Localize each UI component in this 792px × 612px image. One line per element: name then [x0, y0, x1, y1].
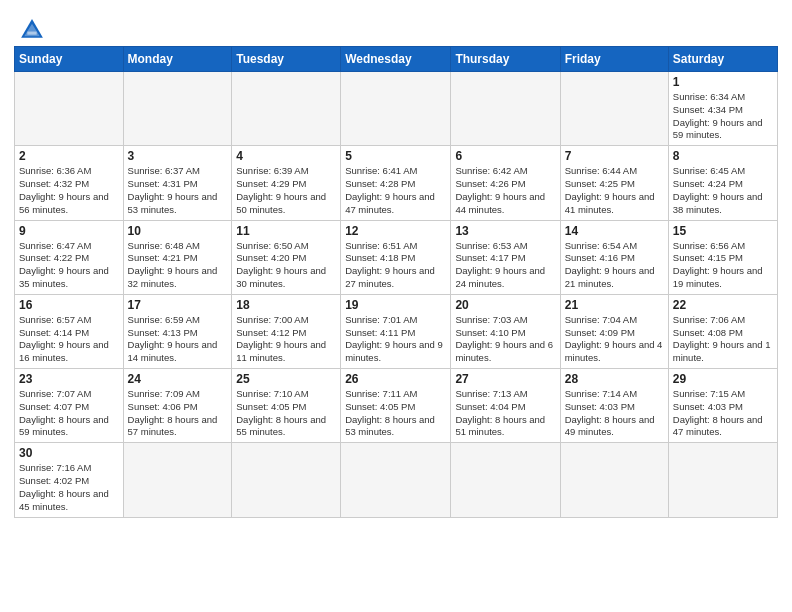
day-info: Sunrise: 7:09 AMSunset: 4:06 PMDaylight:…: [128, 388, 228, 439]
day-info: Sunrise: 7:07 AMSunset: 4:07 PMDaylight:…: [19, 388, 119, 439]
calendar-cell: 30Sunrise: 7:16 AMSunset: 4:02 PMDayligh…: [15, 443, 124, 517]
calendar-cell: 23Sunrise: 7:07 AMSunset: 4:07 PMDayligh…: [15, 369, 124, 443]
calendar-cell: 6Sunrise: 6:42 AMSunset: 4:26 PMDaylight…: [451, 146, 560, 220]
calendar-page: SundayMondayTuesdayWednesdayThursdayFrid…: [0, 0, 792, 612]
day-number: 25: [236, 372, 336, 386]
day-number: 5: [345, 149, 446, 163]
day-number: 22: [673, 298, 773, 312]
day-number: 3: [128, 149, 228, 163]
day-info: Sunrise: 6:59 AMSunset: 4:13 PMDaylight:…: [128, 314, 228, 365]
day-number: 9: [19, 224, 119, 238]
day-number: 8: [673, 149, 773, 163]
calendar-cell: 29Sunrise: 7:15 AMSunset: 4:03 PMDayligh…: [668, 369, 777, 443]
weekday-header-saturday: Saturday: [668, 47, 777, 72]
day-info: Sunrise: 6:42 AMSunset: 4:26 PMDaylight:…: [455, 165, 555, 216]
calendar-cell: [232, 443, 341, 517]
calendar-cell: 13Sunrise: 6:53 AMSunset: 4:17 PMDayligh…: [451, 220, 560, 294]
calendar-cell: 16Sunrise: 6:57 AMSunset: 4:14 PMDayligh…: [15, 294, 124, 368]
day-info: Sunrise: 7:14 AMSunset: 4:03 PMDaylight:…: [565, 388, 664, 439]
day-number: 1: [673, 75, 773, 89]
calendar-cell: 15Sunrise: 6:56 AMSunset: 4:15 PMDayligh…: [668, 220, 777, 294]
day-number: 10: [128, 224, 228, 238]
calendar-week-5: 23Sunrise: 7:07 AMSunset: 4:07 PMDayligh…: [15, 369, 778, 443]
day-info: Sunrise: 7:06 AMSunset: 4:08 PMDaylight:…: [673, 314, 773, 365]
day-info: Sunrise: 6:39 AMSunset: 4:29 PMDaylight:…: [236, 165, 336, 216]
logo-icon: [18, 16, 46, 44]
calendar-cell: 1Sunrise: 6:34 AMSunset: 4:34 PMDaylight…: [668, 72, 777, 146]
day-info: Sunrise: 7:03 AMSunset: 4:10 PMDaylight:…: [455, 314, 555, 365]
day-info: Sunrise: 6:41 AMSunset: 4:28 PMDaylight:…: [345, 165, 446, 216]
weekday-header-thursday: Thursday: [451, 47, 560, 72]
calendar-cell: [560, 443, 668, 517]
calendar-week-6: 30Sunrise: 7:16 AMSunset: 4:02 PMDayligh…: [15, 443, 778, 517]
calendar-cell: 18Sunrise: 7:00 AMSunset: 4:12 PMDayligh…: [232, 294, 341, 368]
day-info: Sunrise: 6:50 AMSunset: 4:20 PMDaylight:…: [236, 240, 336, 291]
day-number: 12: [345, 224, 446, 238]
calendar-cell: [451, 443, 560, 517]
calendar-cell: 14Sunrise: 6:54 AMSunset: 4:16 PMDayligh…: [560, 220, 668, 294]
calendar-table: SundayMondayTuesdayWednesdayThursdayFrid…: [14, 46, 778, 518]
calendar-cell: [451, 72, 560, 146]
calendar-week-3: 9Sunrise: 6:47 AMSunset: 4:22 PMDaylight…: [15, 220, 778, 294]
calendar-week-1: 1Sunrise: 6:34 AMSunset: 4:34 PMDaylight…: [15, 72, 778, 146]
day-info: Sunrise: 6:53 AMSunset: 4:17 PMDaylight:…: [455, 240, 555, 291]
day-info: Sunrise: 7:04 AMSunset: 4:09 PMDaylight:…: [565, 314, 664, 365]
logo: [14, 14, 46, 40]
day-number: 15: [673, 224, 773, 238]
day-number: 21: [565, 298, 664, 312]
svg-rect-2: [27, 32, 36, 35]
day-info: Sunrise: 6:57 AMSunset: 4:14 PMDaylight:…: [19, 314, 119, 365]
day-number: 14: [565, 224, 664, 238]
day-info: Sunrise: 7:13 AMSunset: 4:04 PMDaylight:…: [455, 388, 555, 439]
day-number: 23: [19, 372, 119, 386]
day-info: Sunrise: 6:36 AMSunset: 4:32 PMDaylight:…: [19, 165, 119, 216]
day-info: Sunrise: 6:56 AMSunset: 4:15 PMDaylight:…: [673, 240, 773, 291]
day-number: 27: [455, 372, 555, 386]
calendar-cell: 3Sunrise: 6:37 AMSunset: 4:31 PMDaylight…: [123, 146, 232, 220]
day-info: Sunrise: 6:44 AMSunset: 4:25 PMDaylight:…: [565, 165, 664, 216]
calendar-cell: [123, 72, 232, 146]
day-number: 13: [455, 224, 555, 238]
day-number: 7: [565, 149, 664, 163]
day-info: Sunrise: 6:51 AMSunset: 4:18 PMDaylight:…: [345, 240, 446, 291]
calendar-cell: [15, 72, 124, 146]
day-info: Sunrise: 7:15 AMSunset: 4:03 PMDaylight:…: [673, 388, 773, 439]
calendar-cell: [668, 443, 777, 517]
calendar-cell: [341, 72, 451, 146]
day-number: 11: [236, 224, 336, 238]
calendar-cell: 5Sunrise: 6:41 AMSunset: 4:28 PMDaylight…: [341, 146, 451, 220]
day-info: Sunrise: 7:16 AMSunset: 4:02 PMDaylight:…: [19, 462, 119, 513]
calendar-cell: 12Sunrise: 6:51 AMSunset: 4:18 PMDayligh…: [341, 220, 451, 294]
weekday-header-friday: Friday: [560, 47, 668, 72]
calendar-cell: 7Sunrise: 6:44 AMSunset: 4:25 PMDaylight…: [560, 146, 668, 220]
day-number: 24: [128, 372, 228, 386]
day-number: 4: [236, 149, 336, 163]
calendar-week-2: 2Sunrise: 6:36 AMSunset: 4:32 PMDaylight…: [15, 146, 778, 220]
calendar-cell: 22Sunrise: 7:06 AMSunset: 4:08 PMDayligh…: [668, 294, 777, 368]
day-info: Sunrise: 7:11 AMSunset: 4:05 PMDaylight:…: [345, 388, 446, 439]
calendar-cell: 17Sunrise: 6:59 AMSunset: 4:13 PMDayligh…: [123, 294, 232, 368]
calendar-cell: 24Sunrise: 7:09 AMSunset: 4:06 PMDayligh…: [123, 369, 232, 443]
day-info: Sunrise: 6:48 AMSunset: 4:21 PMDaylight:…: [128, 240, 228, 291]
day-number: 29: [673, 372, 773, 386]
day-number: 18: [236, 298, 336, 312]
day-info: Sunrise: 6:34 AMSunset: 4:34 PMDaylight:…: [673, 91, 773, 142]
calendar-cell: 10Sunrise: 6:48 AMSunset: 4:21 PMDayligh…: [123, 220, 232, 294]
day-number: 26: [345, 372, 446, 386]
calendar-cell: 27Sunrise: 7:13 AMSunset: 4:04 PMDayligh…: [451, 369, 560, 443]
day-info: Sunrise: 6:54 AMSunset: 4:16 PMDaylight:…: [565, 240, 664, 291]
calendar-cell: 25Sunrise: 7:10 AMSunset: 4:05 PMDayligh…: [232, 369, 341, 443]
calendar-cell: [560, 72, 668, 146]
calendar-cell: 9Sunrise: 6:47 AMSunset: 4:22 PMDaylight…: [15, 220, 124, 294]
calendar-cell: 19Sunrise: 7:01 AMSunset: 4:11 PMDayligh…: [341, 294, 451, 368]
weekday-header-wednesday: Wednesday: [341, 47, 451, 72]
calendar-cell: 2Sunrise: 6:36 AMSunset: 4:32 PMDaylight…: [15, 146, 124, 220]
calendar-cell: 26Sunrise: 7:11 AMSunset: 4:05 PMDayligh…: [341, 369, 451, 443]
calendar-cell: 8Sunrise: 6:45 AMSunset: 4:24 PMDaylight…: [668, 146, 777, 220]
day-number: 16: [19, 298, 119, 312]
calendar-cell: 28Sunrise: 7:14 AMSunset: 4:03 PMDayligh…: [560, 369, 668, 443]
day-info: Sunrise: 6:47 AMSunset: 4:22 PMDaylight:…: [19, 240, 119, 291]
day-info: Sunrise: 7:10 AMSunset: 4:05 PMDaylight:…: [236, 388, 336, 439]
day-info: Sunrise: 6:45 AMSunset: 4:24 PMDaylight:…: [673, 165, 773, 216]
calendar-cell: [123, 443, 232, 517]
